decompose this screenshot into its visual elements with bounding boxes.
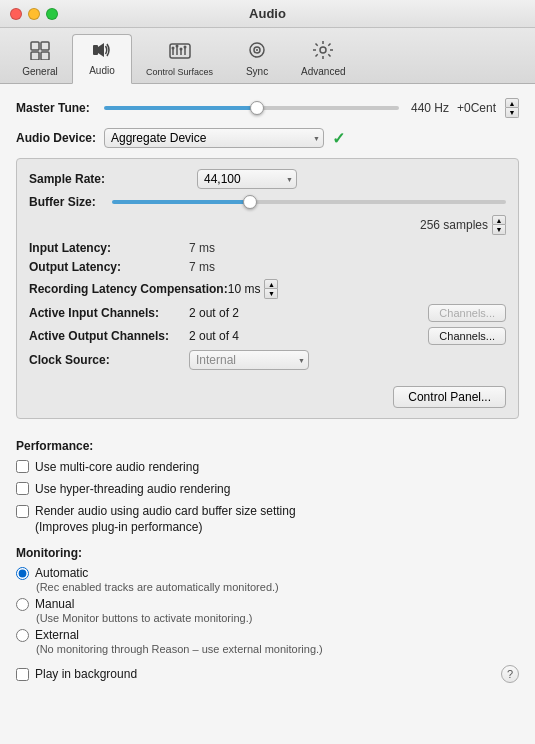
- tab-sync[interactable]: Sync: [227, 36, 287, 83]
- svg-rect-2: [31, 52, 39, 60]
- window-title: Audio: [249, 6, 286, 21]
- toolbar: General Audio: [0, 28, 535, 84]
- clock-source-select[interactable]: Internal: [189, 350, 309, 370]
- master-tune-label: Master Tune:: [16, 101, 96, 115]
- bottom-row: Play in background ?: [16, 665, 519, 683]
- svg-rect-3: [41, 52, 49, 60]
- recording-latency-stepper[interactable]: ▲ ▼: [264, 279, 278, 299]
- svg-point-13: [179, 48, 182, 51]
- recording-latency-label: Recording Latency Compensation:: [29, 282, 228, 296]
- svg-marker-5: [98, 43, 104, 57]
- sync-icon: [246, 40, 268, 63]
- performance-label: Performance:: [16, 439, 519, 453]
- audiobuffer-label[interactable]: Render audio using audio card buffer siz…: [35, 503, 296, 537]
- svg-point-11: [171, 47, 174, 50]
- multicore-label[interactable]: Use multi-core audio rendering: [35, 459, 199, 476]
- maximize-button[interactable]: [46, 8, 58, 20]
- svg-rect-1: [41, 42, 49, 50]
- tab-advanced[interactable]: Advanced: [289, 36, 357, 83]
- master-tune-hz: 440 Hz: [407, 101, 449, 115]
- tab-general-label: General: [22, 66, 58, 77]
- master-tune-up[interactable]: ▲: [505, 98, 519, 108]
- monitoring-manual-label[interactable]: Manual: [35, 597, 74, 611]
- buffer-value-row: 256 samples ▲ ▼: [29, 215, 506, 235]
- rec-latency-up[interactable]: ▲: [264, 279, 278, 289]
- sample-rate-select-wrapper[interactable]: 44,100: [197, 169, 297, 189]
- buffer-up[interactable]: ▲: [492, 215, 506, 225]
- master-tune-down[interactable]: ▼: [505, 108, 519, 118]
- buffer-size-thumb[interactable]: [243, 195, 257, 209]
- active-input-label: Active Input Channels:: [29, 306, 189, 320]
- close-button[interactable]: [10, 8, 22, 20]
- monitoring-manual-radio[interactable]: [16, 598, 29, 611]
- active-input-count: 2 out of 2: [189, 306, 428, 320]
- monitoring-external-sub: (No monitoring through Reason – use exte…: [36, 643, 519, 655]
- svg-rect-4: [93, 45, 98, 55]
- play-in-background-checkbox[interactable]: [16, 668, 29, 681]
- tab-audio[interactable]: Audio: [72, 34, 132, 84]
- buffer-size-stepper[interactable]: ▲ ▼: [492, 215, 506, 235]
- hyperthreading-row: Use hyper-threading audio rendering: [16, 481, 519, 498]
- master-tune-cent: +0Cent: [457, 101, 497, 115]
- recording-latency-row: Recording Latency Compensation: 10 ms ▲ …: [29, 279, 506, 299]
- control-panel-button[interactable]: Control Panel...: [393, 386, 506, 408]
- window-controls: [10, 8, 58, 20]
- tab-control-surfaces[interactable]: Control Surfaces: [134, 37, 225, 83]
- recording-latency-value: 10 ms: [228, 282, 261, 296]
- monitoring-automatic-radio[interactable]: [16, 567, 29, 580]
- monitoring-automatic-label[interactable]: Automatic: [35, 566, 88, 580]
- audiobuffer-checkbox[interactable]: [16, 505, 29, 518]
- monitoring-automatic-main: Automatic: [16, 566, 519, 580]
- device-settings-box: Sample Rate: 44,100 Buffer Size: 256 sam…: [16, 158, 519, 419]
- recording-latency-value-group: 10 ms ▲ ▼: [228, 279, 279, 299]
- master-tune-thumb[interactable]: [250, 101, 264, 115]
- tab-audio-label: Audio: [89, 65, 115, 76]
- audiobuffer-row: Render audio using audio card buffer siz…: [16, 503, 519, 537]
- buffer-size-row: Buffer Size:: [29, 195, 506, 209]
- audiobuffer-text1: Render audio using audio card buffer siz…: [35, 504, 296, 518]
- buffer-size-slider[interactable]: [112, 200, 506, 204]
- monitoring-external-radio[interactable]: [16, 629, 29, 642]
- monitoring-label: Monitoring:: [16, 546, 519, 560]
- active-output-channels-row: Active Output Channels: 2 out of 4 Chann…: [29, 327, 506, 345]
- output-latency-row: Output Latency: 7 ms: [29, 260, 506, 274]
- monitoring-external-label[interactable]: External: [35, 628, 79, 642]
- master-tune-slider[interactable]: [104, 106, 399, 110]
- input-latency-label: Input Latency:: [29, 241, 189, 255]
- buffer-size-label: Buffer Size:: [29, 195, 104, 209]
- input-latency-row: Input Latency: 7 ms: [29, 241, 506, 255]
- active-input-channels-button[interactable]: Channels...: [428, 304, 506, 322]
- clock-source-row: Clock Source: Internal: [29, 350, 506, 370]
- multicore-checkbox[interactable]: [16, 460, 29, 473]
- audio-device-ok-icon: ✓: [332, 129, 345, 148]
- master-tune-stepper[interactable]: ▲ ▼: [505, 98, 519, 118]
- clock-select-wrapper[interactable]: Internal: [189, 350, 309, 370]
- title-bar: Audio: [0, 0, 535, 28]
- hyperthreading-checkbox[interactable]: [16, 482, 29, 495]
- svg-point-12: [175, 45, 178, 48]
- monitoring-manual-row: Manual (Use Monitor buttons to activate …: [16, 597, 519, 624]
- sample-rate-select[interactable]: 44,100: [197, 169, 297, 189]
- output-latency-label: Output Latency:: [29, 260, 189, 274]
- sample-rate-label: Sample Rate:: [29, 172, 189, 186]
- minimize-button[interactable]: [28, 8, 40, 20]
- svg-rect-0: [31, 42, 39, 50]
- control-surfaces-icon: [169, 41, 191, 64]
- active-output-label: Active Output Channels:: [29, 329, 189, 343]
- play-in-background-label[interactable]: Play in background: [35, 667, 137, 681]
- active-output-channels-button[interactable]: Channels...: [428, 327, 506, 345]
- tab-general[interactable]: General: [10, 36, 70, 83]
- audiobuffer-text2: (Improves plug-in performance): [35, 520, 202, 534]
- audio-device-label: Audio Device:: [16, 131, 96, 145]
- buffer-down[interactable]: ▼: [492, 225, 506, 235]
- buffer-value: 256 samples: [420, 218, 488, 232]
- multicore-row: Use multi-core audio rendering: [16, 459, 519, 476]
- input-latency-value: 7 ms: [189, 241, 506, 255]
- help-button[interactable]: ?: [501, 665, 519, 683]
- hyperthreading-label[interactable]: Use hyper-threading audio rendering: [35, 481, 230, 498]
- audio-device-select-wrapper[interactable]: Aggregate Device: [104, 128, 324, 148]
- tab-advanced-label: Advanced: [301, 66, 345, 77]
- rec-latency-down[interactable]: ▼: [264, 289, 278, 299]
- audio-device-select[interactable]: Aggregate Device: [104, 128, 324, 148]
- monitoring-automatic-sub: (Rec enabled tracks are automatically mo…: [36, 581, 519, 593]
